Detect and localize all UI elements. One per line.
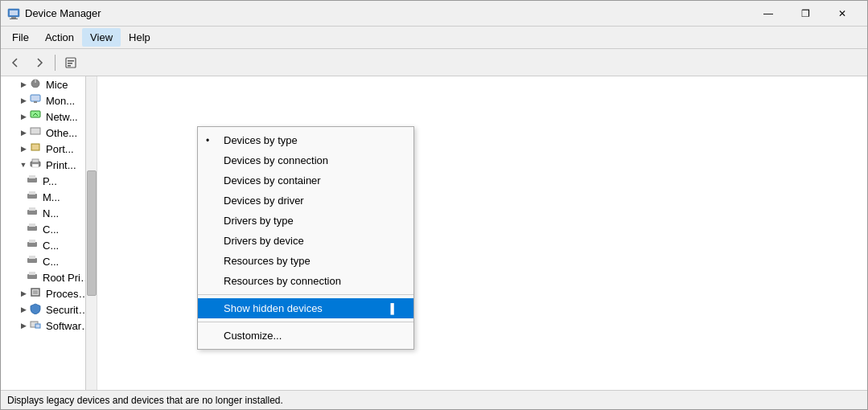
tree-item-security[interactable]: ▶ Security devices xyxy=(1,301,97,318)
tree-item-monitors[interactable]: ▶ Mon... xyxy=(1,92,97,109)
forward-button[interactable] xyxy=(28,52,51,73)
menu-show-hidden-devices[interactable]: Show hidden devices ▌ xyxy=(198,298,413,318)
minimize-button[interactable]: — xyxy=(750,1,787,27)
expander-security: ▶ xyxy=(17,303,30,316)
main-area: ▶ Mice ▶ Mon... ▶ Netw... xyxy=(1,76,867,390)
tree-item-p6-label: C... xyxy=(43,256,59,268)
network-icon xyxy=(30,110,43,123)
expander-processors: ▶ xyxy=(17,287,30,300)
menu-drivers-by-device[interactable]: Drivers by device xyxy=(198,231,413,251)
svg-rect-19 xyxy=(32,164,39,167)
tree-item-monitors-label: Mon... xyxy=(46,95,75,107)
tree-item-software[interactable]: ▶ Software components xyxy=(1,318,97,334)
properties-button[interactable] xyxy=(60,52,82,73)
svg-rect-23 xyxy=(29,191,35,195)
p6-icon xyxy=(27,255,39,268)
tree-item-p4[interactable]: C... xyxy=(1,221,97,237)
tree-item-rootpq[interactable]: Root Print Queue xyxy=(1,269,97,285)
window-controls: — ❐ ✕ xyxy=(750,1,861,27)
right-panel: • Devices by type Devices by connection … xyxy=(97,76,867,390)
menu-separator-1 xyxy=(198,294,413,295)
svg-rect-18 xyxy=(32,159,39,162)
svg-rect-3 xyxy=(10,18,18,19)
properties-icon xyxy=(64,56,77,69)
tree-item-p3-label: N... xyxy=(43,207,59,219)
tree-item-network[interactable]: ▶ Netw... xyxy=(1,109,97,125)
maximize-button[interactable]: ❐ xyxy=(787,1,824,27)
back-button[interactable] xyxy=(4,52,27,73)
ports-icon xyxy=(30,142,43,155)
tree-item-print-label: Print... xyxy=(46,159,76,171)
menu-drivers-by-type[interactable]: Drivers by type xyxy=(198,211,413,231)
svg-rect-15 xyxy=(31,128,40,134)
menu-devices-by-driver[interactable]: Devices by driver xyxy=(198,191,413,211)
close-button[interactable]: ✕ xyxy=(824,1,861,27)
menu-action[interactable]: Action xyxy=(37,28,82,47)
expander-monitors: ▶ xyxy=(17,94,30,107)
cursor-indicator: ▌ xyxy=(390,303,397,314)
svg-rect-1 xyxy=(10,10,18,15)
svg-rect-6 xyxy=(68,63,72,64)
p2-icon xyxy=(27,191,39,203)
menu-resources-by-type[interactable]: Resources by type xyxy=(198,251,413,271)
tree-item-other[interactable]: ▶ Othe... xyxy=(1,125,97,141)
p3-icon xyxy=(27,207,39,219)
p5-icon xyxy=(27,239,39,252)
tree-item-p1[interactable]: P... xyxy=(1,173,97,189)
tree-item-print[interactable]: ▼ Print... xyxy=(1,157,97,173)
svg-rect-33 xyxy=(29,272,35,275)
security-icon xyxy=(30,303,43,316)
cpu-icon xyxy=(30,287,43,300)
tree-item-network-label: Netw... xyxy=(46,111,78,123)
device-manager-window: Device Manager — ❐ ✕ File Action View He… xyxy=(0,0,868,410)
tree-item-p5[interactable]: C... xyxy=(1,237,97,253)
scrollbar-thumb[interactable] xyxy=(87,170,97,296)
tree-item-p3[interactable]: N... xyxy=(1,205,97,221)
svg-rect-21 xyxy=(29,175,35,178)
tree-item-p6[interactable]: C... xyxy=(1,253,97,269)
svg-rect-31 xyxy=(29,256,35,259)
mice-icon xyxy=(30,78,43,91)
tree-item-processors[interactable]: ▶ Processors xyxy=(1,285,97,301)
menu-help[interactable]: Help xyxy=(121,28,158,47)
svg-rect-35 xyxy=(33,290,38,294)
status-text: Displays legacy devices and devices that… xyxy=(7,395,283,406)
toolbar-separator xyxy=(55,55,56,71)
tree-item-p4-label: C... xyxy=(43,223,59,236)
app-icon xyxy=(7,7,20,20)
tree-item-other-label: Othe... xyxy=(46,127,77,139)
view-dropdown-menu: • Devices by type Devices by connection … xyxy=(197,126,414,350)
menu-view[interactable]: View xyxy=(82,28,121,47)
menubar: File Action View Help xyxy=(1,27,867,49)
menu-resources-by-connection[interactable]: Resources by connection xyxy=(198,271,413,291)
tree-panel: ▶ Mice ▶ Mon... ▶ Netw... xyxy=(1,76,97,390)
p4-icon xyxy=(27,223,39,236)
svg-rect-2 xyxy=(11,17,16,18)
menu-file[interactable]: File xyxy=(4,28,37,47)
menu-devices-by-type[interactable]: • Devices by type xyxy=(198,130,413,150)
menu-devices-by-container[interactable]: Devices by container xyxy=(198,170,413,191)
tree-item-p5-label: C... xyxy=(43,240,59,252)
tree-item-mice[interactable]: ▶ Mice xyxy=(1,76,97,92)
menu-customize[interactable]: Customize... xyxy=(198,326,413,346)
monitor-icon xyxy=(30,94,43,107)
menu-devices-by-connection[interactable]: Devices by connection xyxy=(198,150,413,170)
tree-item-mice-label: Mice xyxy=(46,79,68,91)
tree-item-p2-label: M... xyxy=(43,191,60,203)
tree-item-ports[interactable]: ▶ Port... xyxy=(1,141,97,157)
scrollbar[interactable] xyxy=(85,76,97,390)
window-title: Device Manager xyxy=(25,7,750,19)
svg-rect-11 xyxy=(34,101,37,103)
expander-ports: ▶ xyxy=(17,142,30,155)
tree-item-ports-label: Port... xyxy=(46,143,74,155)
tree-item-p2[interactable]: M... xyxy=(1,189,97,205)
forward-icon xyxy=(33,56,46,69)
p1-icon xyxy=(27,174,39,187)
svg-rect-12 xyxy=(31,111,40,117)
tree-item-p1-label: P... xyxy=(43,175,57,187)
expander-print: ▼ xyxy=(17,158,30,171)
menu-separator-2 xyxy=(198,322,413,322)
svg-rect-16 xyxy=(31,144,39,150)
expander-mice: ▶ xyxy=(17,78,30,91)
expander-other: ▶ xyxy=(17,126,30,139)
